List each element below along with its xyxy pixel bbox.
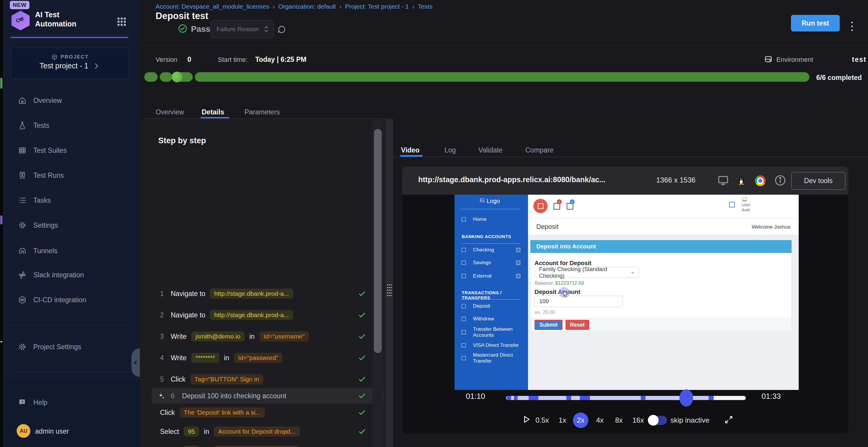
- panel-resizer-grip[interactable]: [387, 283, 392, 297]
- video-resolution: 1366 x 1536: [656, 176, 695, 184]
- bank-nav-savings: Savings: [455, 259, 528, 267]
- square-icon: [516, 248, 520, 252]
- step-locator-chip: Account for Deposit dropd...: [214, 426, 300, 437]
- step-row-4[interactable]: 4 Write ******** in Id="password": [152, 350, 384, 366]
- speed-4x[interactable]: 4x: [596, 416, 603, 424]
- app-logo[interactable]: [11, 11, 30, 30]
- bank-page-title: Deposit: [536, 223, 559, 231]
- video-timeline-track[interactable]: [506, 396, 746, 400]
- speed-2x-active[interactable]: 2x: [573, 413, 588, 428]
- check-icon: [358, 311, 367, 319]
- sidebar-item-test-runs[interactable]: Test Runs: [11, 169, 130, 182]
- fullscreen-icon[interactable]: [724, 415, 734, 424]
- square-icon: [729, 202, 735, 207]
- video-url: http://stage.dbank.prod-apps.relicx.ai:8…: [418, 175, 605, 184]
- bank-nav-deposit: Deposit: [455, 302, 528, 310]
- check-icon: [358, 375, 367, 384]
- step-value-chip: 95: [184, 426, 199, 437]
- steps-scrollbar-track[interactable]: [372, 119, 383, 447]
- sidebar-item-tasks[interactable]: Tasks: [11, 194, 130, 207]
- tab-overview[interactable]: Overview: [156, 108, 184, 116]
- edge-mark-green: [0, 78, 2, 89]
- tab-video[interactable]: Video: [401, 146, 420, 154]
- panel-resizer[interactable]: [385, 119, 393, 447]
- breadcrumb-project[interactable]: Project: Test project - 1: [345, 3, 409, 10]
- breadcrumb-organization[interactable]: Organization: default: [278, 3, 336, 10]
- speed-8x[interactable]: 8x: [615, 416, 623, 424]
- sidebar-item-help[interactable]: ? Help: [11, 396, 130, 409]
- bank-balance-label: Balance:: [535, 280, 554, 286]
- step-row-1[interactable]: 1 Navigate to http://stage.dbank.prod-a.…: [152, 286, 384, 301]
- square-icon: [516, 274, 520, 278]
- timeline-remaining: [714, 396, 746, 400]
- failure-reason-select[interactable]: Failure Reason: [211, 20, 274, 38]
- bank-nav-home: Home: [455, 215, 528, 223]
- check-icon: [358, 427, 367, 436]
- kebab-menu[interactable]: [849, 18, 855, 34]
- substep-row-1[interactable]: Click The 'Deposit' link with a si...: [152, 405, 384, 420]
- step-row-2[interactable]: 2 Navigate to http://stage.dbank.prod-a.…: [152, 307, 384, 323]
- sidebar-item-project-settings[interactable]: Project Settings: [11, 340, 130, 354]
- tab-parameters[interactable]: Parameters: [245, 108, 280, 116]
- edge-mark-white: [0, 341, 2, 342]
- step-row-3[interactable]: 3 Write jsmith@demo.io in Id="username": [152, 329, 384, 344]
- sidebar-divider-2: [10, 372, 128, 372]
- user-avatar[interactable]: AU: [17, 424, 30, 438]
- sidebar-item-cicd-integration[interactable]: CI-CD integration: [11, 293, 130, 307]
- sidebar-item-overview[interactable]: Overview: [11, 94, 130, 107]
- bank-section-transactions: TRANSACTIONS / TRANSFERS: [462, 290, 528, 300]
- timeline-playhead[interactable]: [679, 389, 693, 407]
- tab-validate[interactable]: Validate: [478, 146, 502, 154]
- sidebar-item-test-suites[interactable]: Test Suites: [11, 143, 130, 157]
- sidebar-item-tunnels[interactable]: Tunnels: [11, 244, 130, 258]
- bank-account-select: Family Checking (Standard Checking): [534, 267, 639, 278]
- total-time: 01:33: [762, 392, 781, 401]
- home-icon: [18, 96, 27, 105]
- sidebar-collapse-handle[interactable]: [131, 348, 140, 377]
- apps-grid-icon[interactable]: [116, 15, 128, 28]
- info-icon[interactable]: [774, 174, 786, 187]
- brand-divider: [10, 37, 128, 38]
- sidebar-item-tests[interactable]: Tests: [11, 118, 130, 132]
- tab-compare[interactable]: Compare: [525, 146, 554, 154]
- bank-welcome: Welcome Joshua: [752, 224, 790, 230]
- speed-0-5x[interactable]: 0.5x: [535, 416, 549, 424]
- step-group-header[interactable]: 6 Deposit 100 into checking account: [152, 388, 384, 404]
- project-selector[interactable]: PROJECT Test project - 1: [11, 47, 129, 79]
- cicd-icon: [18, 296, 27, 304]
- square-icon: [462, 356, 466, 360]
- breadcrumb-account[interactable]: Account: Devspace_all_module_licenses: [156, 3, 269, 10]
- bank-deposit-card: Deposit into Account Account for Deposit…: [530, 240, 792, 331]
- grid-table-icon: [18, 146, 27, 155]
- chevron-right-icon: [93, 62, 100, 70]
- devtools-button[interactable]: Dev tools: [791, 172, 845, 190]
- substep-row-3[interactable]: Select 95 in Account for Deposit dropd..…: [152, 443, 384, 447]
- sidebar-item-slack-integration[interactable]: Slack integration: [11, 268, 130, 282]
- video-url-bar: http://stage.dbank.prod-apps.relicx.ai:8…: [402, 166, 848, 195]
- sidebar-item-settings[interactable]: Settings: [11, 218, 130, 232]
- progress-caption: 6/6 completed: [816, 74, 862, 82]
- chevron-separator-icon: ›: [412, 3, 414, 10]
- bank-section-accounts: BANKING ACCOUNTS: [462, 234, 512, 239]
- tab-details[interactable]: Details: [202, 108, 224, 116]
- step-row-5[interactable]: 5 Click Tag="BUTTON" Sign in: [152, 372, 384, 387]
- bank-amount-hint: ex. 25.00: [535, 309, 555, 315]
- bank-reset-button: Reset: [565, 320, 589, 330]
- video-frame[interactable]: Logo Home BANKING ACCOUNTS Checking Savi…: [455, 195, 799, 390]
- edge-mark-purple: [0, 215, 2, 225]
- bank-amount-input: 100: [534, 296, 623, 307]
- skip-inactive-toggle-knob[interactable]: [648, 415, 659, 425]
- run-test-button[interactable]: Run test: [791, 15, 840, 32]
- speed-1x[interactable]: 1x: [559, 416, 566, 424]
- substep-row-2[interactable]: Select 95 in Account for Deposit dropd..…: [152, 424, 384, 439]
- environment-icon: [764, 55, 773, 64]
- user-name: admin user: [35, 427, 69, 436]
- speed-16x[interactable]: 16x: [632, 416, 644, 424]
- play-button[interactable]: [521, 414, 531, 424]
- comment-icon[interactable]: [277, 24, 287, 34]
- breadcrumb-tests[interactable]: Tests: [418, 3, 433, 10]
- tab-log[interactable]: Log: [444, 146, 456, 154]
- chevron-separator-icon: ›: [339, 3, 341, 10]
- version-label: Version: [156, 56, 177, 64]
- steps-scrollbar-thumb[interactable]: [374, 129, 382, 353]
